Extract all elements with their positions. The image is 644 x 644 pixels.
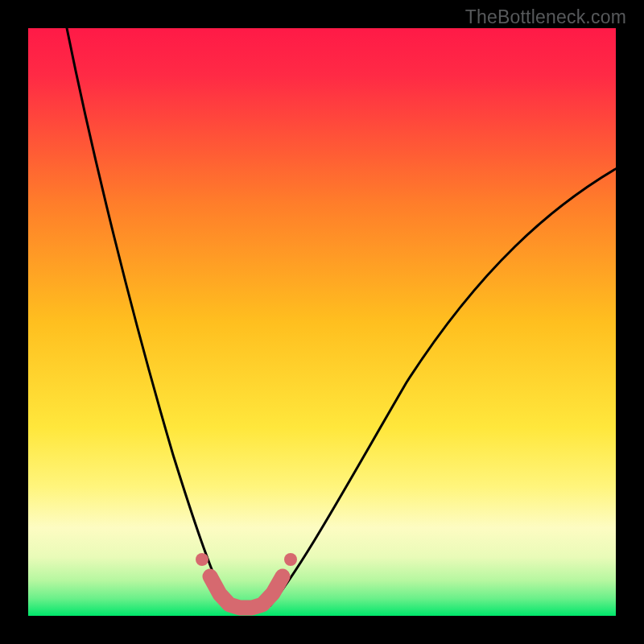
bottleneck-curve-left (65, 28, 228, 608)
optimal-band-dot-right (284, 553, 297, 566)
curve-layer (28, 28, 616, 616)
watermark-text: TheBottleneck.com (465, 6, 626, 28)
chart-root: TheBottleneck.com (0, 0, 644, 644)
optimal-band (210, 576, 283, 608)
bottleneck-curve-right (270, 165, 616, 606)
plot-area (28, 28, 616, 616)
optimal-band-dot-left (196, 553, 208, 566)
